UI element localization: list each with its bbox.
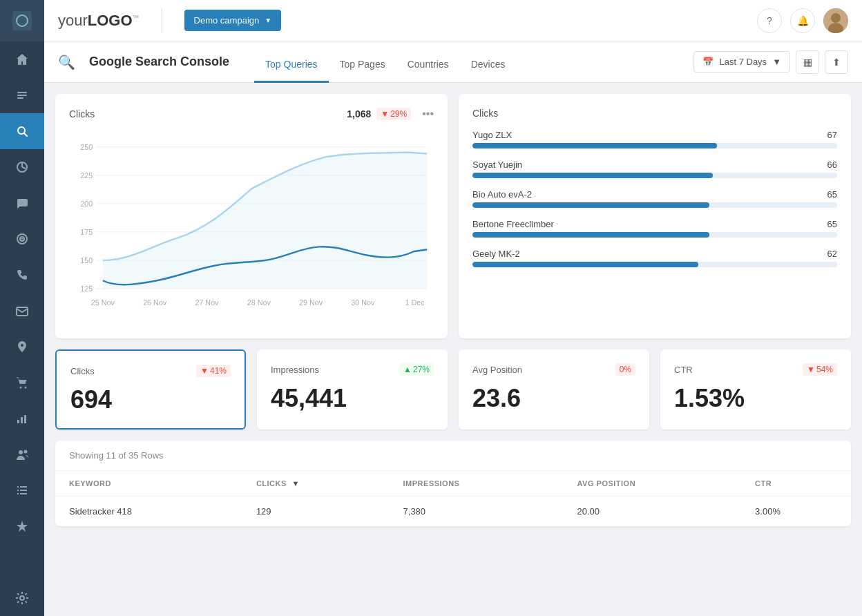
stat-avg-position-value: 23.6 xyxy=(472,384,635,413)
reports-icon[interactable] xyxy=(0,401,44,436)
svg-rect-0 xyxy=(12,11,32,30)
svg-rect-2 xyxy=(17,92,27,93)
calendar-icon: 📅 xyxy=(702,57,713,67)
svg-text:150: 150 xyxy=(80,256,93,264)
tab-nav: Top Queries Top Pages Countries Devices xyxy=(254,41,516,83)
location-icon[interactable] xyxy=(0,329,44,365)
down-arrow-icon: ▼ xyxy=(381,109,389,119)
svg-point-18 xyxy=(24,450,28,454)
bell-icon: 🔔 xyxy=(797,15,809,26)
sidebar xyxy=(0,0,44,616)
bar-fill-2 xyxy=(472,202,709,208)
stat-ctr-badge: ▼ 54% xyxy=(803,363,837,376)
svg-rect-3 xyxy=(17,95,27,96)
notifications-button[interactable]: 🔔 xyxy=(790,8,815,33)
integrations-icon[interactable] xyxy=(0,508,44,544)
phone-icon[interactable] xyxy=(0,257,44,293)
header-icons: ? 🔔 xyxy=(757,8,848,33)
more-options-button[interactable]: ••• xyxy=(422,108,434,120)
help-button[interactable]: ? xyxy=(757,8,782,33)
bar-fill-1 xyxy=(472,173,713,178)
tab-countries[interactable]: Countries xyxy=(396,41,460,83)
demo-campaign-button[interactable]: Demo campaign ▼ xyxy=(184,10,282,31)
svg-text:225: 225 xyxy=(80,171,93,180)
svg-rect-14 xyxy=(17,420,19,423)
svg-rect-16 xyxy=(24,415,26,423)
tab-devices[interactable]: Devices xyxy=(460,41,517,83)
svg-text:1 Dec: 1 Dec xyxy=(405,298,425,307)
settings-icon[interactable] xyxy=(0,580,44,616)
svg-point-26 xyxy=(20,596,24,600)
svg-point-17 xyxy=(19,450,23,454)
cell-avg-position: 20.00 xyxy=(563,497,741,527)
bar-track-0 xyxy=(472,143,837,148)
help-icon: ? xyxy=(767,15,772,26)
shopping-icon[interactable] xyxy=(0,365,44,401)
col-keyword: KEYWORD xyxy=(55,471,242,497)
tab-top-pages[interactable]: Top Pages xyxy=(329,41,396,83)
svg-point-13 xyxy=(25,387,27,389)
logo-tm: ™ xyxy=(133,13,140,21)
svg-text:26 Nov: 26 Nov xyxy=(143,298,167,307)
bar-track-3 xyxy=(472,232,837,238)
clicks-change-badge: ▼ 29% xyxy=(376,108,411,120)
stat-avg-position-label: Avg Position xyxy=(472,365,522,375)
stat-ctr-header: CTR ▼ 54% xyxy=(674,363,837,376)
share-button[interactable]: ⬆ xyxy=(825,50,848,74)
top-row: Clicks 1,068 ▼ 29% ••• xyxy=(55,94,851,338)
users-icon[interactable] xyxy=(0,436,44,472)
logo-area: yourLOGO™ xyxy=(58,12,140,30)
search-sidebar-icon[interactable] xyxy=(0,113,44,149)
chat-icon[interactable] xyxy=(0,185,44,221)
clicks-chart-value: 1,068 xyxy=(347,108,371,119)
col-clicks[interactable]: CLICKS ▼ xyxy=(242,471,390,497)
content-area: Clicks 1,068 ▼ 29% ••• xyxy=(44,83,862,616)
campaigns-icon[interactable] xyxy=(0,77,44,113)
svg-text:125: 125 xyxy=(80,285,93,293)
svg-text:25 Nov: 25 Nov xyxy=(91,298,115,307)
svg-text:30 Nov: 30 Nov xyxy=(351,298,375,307)
line-chart-area: 250 225 200 175 150 125 25 Nov xyxy=(69,131,434,325)
data-table: KEYWORD CLICKS ▼ IMPRESSIONS AVG POSITIO… xyxy=(55,471,851,526)
cell-keyword: Sidetracker 418 xyxy=(55,497,242,527)
targeting-icon[interactable] xyxy=(0,221,44,257)
svg-rect-22 xyxy=(20,490,27,491)
stat-ctr-value: 1.53% xyxy=(674,384,837,413)
bar-value-1: 66 xyxy=(827,160,837,170)
clicks-change-value: 29% xyxy=(390,109,407,119)
clicks-chart-header: Clicks 1,068 ▼ 29% ••• xyxy=(69,108,434,120)
avatar[interactable] xyxy=(823,8,848,33)
email-icon[interactable] xyxy=(0,293,44,329)
sub-header: 🔍 Google Search Console Top Queries Top … xyxy=(44,41,862,83)
stat-avg-position-header: Avg Position 0% xyxy=(472,363,635,376)
chart-icon: ▦ xyxy=(803,57,812,68)
date-filter-button[interactable]: 📅 Last 7 Days ▼ xyxy=(693,51,790,73)
svg-text:27 Nov: 27 Nov xyxy=(195,298,219,307)
stat-impressions-label: Impressions xyxy=(271,365,319,375)
tab-top-queries[interactable]: Top Queries xyxy=(254,41,328,83)
stats-row: Clicks ▼ 41% 694 Impressions ▲ 27% xyxy=(55,349,851,430)
dropdown-arrow-icon: ▼ xyxy=(265,17,271,24)
stat-avg-position[interactable]: Avg Position 0% 23.6 xyxy=(459,349,649,430)
stat-clicks-header: Clicks ▼ 41% xyxy=(70,365,231,377)
stat-clicks-badge: ▼ 41% xyxy=(196,365,231,377)
analytics-icon[interactable] xyxy=(0,149,44,185)
svg-point-28 xyxy=(831,13,841,23)
clicks-chart-card: Clicks 1,068 ▼ 29% ••• xyxy=(55,94,448,338)
stat-impressions[interactable]: Impressions ▲ 27% 45,441 xyxy=(257,349,448,430)
svg-rect-4 xyxy=(17,97,23,99)
stat-ctr[interactable]: CTR ▼ 54% 1.53% xyxy=(660,349,851,430)
sidebar-logo xyxy=(0,0,44,41)
svg-marker-25 xyxy=(17,521,28,532)
down-arrow-icon: ▼ xyxy=(200,366,209,376)
table-info: Showing 11 of 35 Rows xyxy=(55,441,851,471)
home-icon[interactable] xyxy=(0,41,44,77)
stat-clicks[interactable]: Clicks ▼ 41% 694 xyxy=(55,349,246,430)
bar-track-4 xyxy=(472,262,837,267)
svg-point-10 xyxy=(21,238,23,240)
bar-fill-0 xyxy=(472,143,717,148)
sort-icon: ▼ xyxy=(291,479,299,488)
list-icon[interactable] xyxy=(0,472,44,508)
bar-label-4: Geely MK-2 xyxy=(472,249,520,259)
chart-view-button[interactable]: ▦ xyxy=(796,50,819,74)
